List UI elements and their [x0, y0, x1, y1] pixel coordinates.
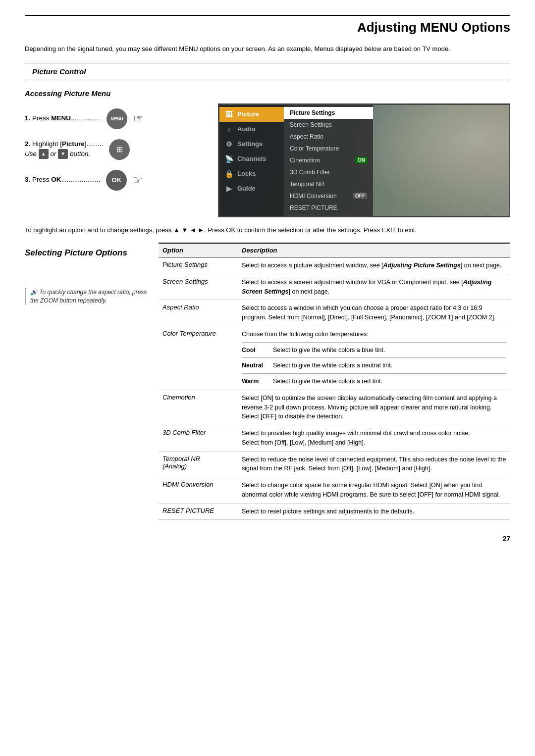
row-hdmi-conversion: HDMI Conversion Select to change color s…: [159, 477, 510, 504]
menu-button-icon: MENU: [107, 108, 127, 129]
step-1-bold: MENU: [51, 114, 71, 122]
row-reset-picture: RESET PICTURE Select to reset picture se…: [159, 504, 510, 520]
step-3-bold: OK: [51, 176, 61, 183]
down-arrow: ▼: [58, 149, 68, 159]
tv-menu-content: 🖼 Picture ♪ Audio ⚙ Settings 📡 Channels …: [219, 105, 509, 216]
neutral-label: Neutral: [242, 361, 269, 370]
highlight-icon: ⊞: [109, 139, 130, 160]
neutral-desc: Select to give the white colors a neutra…: [273, 361, 392, 370]
divider-2: [242, 357, 506, 358]
tv-sidebar-guide: ▶ Guide: [219, 181, 284, 196]
tv-submenu-aspect-ratio-label: Aspect Ratio: [290, 133, 323, 140]
option-temporal-nr: Temporal NR(Analog): [162, 455, 242, 470]
locks-menu-icon: 🔒: [224, 170, 233, 178]
step-1-number: 1.: [25, 114, 30, 122]
accessing-picture-menu-heading: Accessing Picture Menu: [25, 89, 510, 98]
picture-control-box: Picture Control: [25, 63, 510, 80]
side-note: 🔊 To quickly change the aspect ratio, pr…: [25, 288, 149, 305]
option-hdmi-conversion: HDMI Conversion: [162, 481, 242, 488]
step-2-sub: Use ▲ or ▼ button.: [25, 150, 90, 157]
row-temporal-nr: Temporal NR(Analog) Select to reduce the…: [159, 452, 510, 478]
tv-submenu-screen-settings: Screen Settings: [284, 119, 373, 131]
tv-submenu-color-temp-label: Color Temperature: [290, 145, 339, 152]
tv-submenu: Picture Settings Screen Settings Aspect …: [284, 105, 373, 216]
tv-sidebar-locks-label: Locks: [237, 170, 256, 177]
up-arrow: ▲: [39, 149, 49, 159]
row-screen-settings: Screen Settings Select to access a scree…: [159, 274, 510, 301]
tv-submenu-cinemotion: Cinemotion ON: [284, 154, 373, 166]
option-screen-settings: Screen Settings: [162, 278, 242, 285]
col-desc-header: Description: [242, 247, 506, 254]
tv-submenu-temporal-nr-label: Temporal NR: [290, 181, 324, 188]
tv-submenu-hdmi-label: HDMI Conversion: [290, 193, 337, 200]
warm-label: Warm: [242, 377, 269, 386]
warm-desc: Select to give the white colors a red ti…: [273, 377, 382, 386]
step-2-bold: Picture: [62, 140, 85, 148]
tv-submenu-aspect-ratio: Aspect Ratio: [284, 131, 373, 143]
tv-submenu-3d-comb: 3D Comb Filter: [284, 166, 373, 178]
desc-cinemotion: Select [ON] to optimize the screen displ…: [242, 394, 506, 421]
step-2-number: 2.: [25, 140, 30, 148]
tv-sidebar-settings: ⚙ Settings: [219, 137, 284, 151]
tv-submenu-hdmi: HDMI Conversion OFF: [284, 190, 373, 202]
desc-picture-settings: Select to access a picture adjustment wi…: [242, 261, 506, 270]
step-3-text: 3. Press OK.....................: [25, 175, 100, 185]
desc-aspect-ratio: Select to access a window in which you c…: [242, 303, 506, 322]
tv-sidebar-audio-label: Audio: [237, 125, 256, 133]
tv-sidebar-guide-label: Guide: [237, 185, 256, 192]
page-number: 27: [25, 535, 510, 543]
tv-sidebar-locks: 🔒 Locks: [219, 166, 284, 181]
tv-submenu-reset-label: RESET PICTURE: [290, 204, 337, 211]
sub-option-neutral: Neutral Select to give the white colors …: [242, 361, 506, 370]
ok-button-icon: OK: [106, 170, 127, 191]
row-picture-settings: Picture Settings Select to access a pict…: [159, 257, 510, 274]
tv-sidebar-channels-label: Channels: [237, 155, 267, 162]
tv-submenu-picture-settings: Picture Settings: [284, 107, 373, 119]
row-aspect-ratio: Aspect Ratio Select to access a window i…: [159, 300, 510, 326]
tv-sidebar-audio: ♪ Audio: [219, 122, 284, 137]
side-note-text: To quickly change the aspect ratio, pres…: [30, 289, 147, 304]
hdmi-off-badge: OFF: [353, 193, 367, 199]
tv-sidebar-channels: 📡 Channels: [219, 151, 284, 166]
divider-1: [242, 342, 506, 343]
option-color-temperature: Color Temperature: [162, 330, 242, 337]
step-3-number: 3.: [25, 176, 30, 183]
cool-desc: Select to give the white colors a blue t…: [273, 346, 385, 355]
instruction-text: To highlight an option and to change set…: [25, 225, 510, 235]
menu-demo-section: 1. Press MENU................ MENU ☞ 2. …: [25, 103, 510, 217]
cool-label: Cool: [242, 346, 269, 355]
picture-control-label: Picture Control: [32, 67, 86, 76]
option-cinemotion: Cinemotion: [162, 394, 242, 401]
tv-sidebar-settings-label: Settings: [237, 140, 263, 148]
desc-color-temperature: Choose from the following color temperat…: [242, 330, 506, 386]
tv-submenu-screen-settings-label: Screen Settings: [290, 121, 332, 128]
intro-text: Depending on the signal tuned, you may s…: [25, 44, 510, 54]
row-cinemotion: Cinemotion Select [ON] to optimize the s…: [159, 390, 510, 425]
settings-menu-icon: ⚙: [224, 140, 233, 148]
step-1-text: 1. Press MENU................: [25, 114, 101, 123]
sub-option-cool: Cool Select to give the white colors a b…: [242, 346, 506, 355]
tv-sidebar-picture-label: Picture: [237, 110, 259, 118]
left-panel: Selecting Picture Options 🔊 To quickly c…: [25, 243, 159, 520]
row-color-temperature: Color Temperature Choose from the follow…: [159, 326, 510, 390]
option-aspect-ratio: Aspect Ratio: [162, 303, 242, 311]
step-3: 3. Press OK..................... OK ☞: [25, 170, 203, 191]
channels-menu-icon: 📡: [224, 155, 233, 163]
tv-menu-visual: 🖼 Picture ♪ Audio ⚙ Settings 📡 Channels …: [218, 103, 510, 217]
divider-3: [242, 373, 506, 374]
tv-submenu-3d-comb-label: 3D Comb Filter: [290, 169, 330, 176]
cinemotion-on-badge: ON: [356, 157, 367, 163]
guide-menu-icon: ▶: [224, 185, 233, 193]
options-table-header: Option Description: [159, 244, 510, 257]
audio-menu-icon: ♪: [224, 125, 233, 133]
row-3d-comb-filter: 3D Comb Filter Select to provides high q…: [159, 425, 510, 452]
picture-menu-icon: 🖼: [224, 110, 233, 118]
desc-reset-picture: Select to reset picture settings and adj…: [242, 507, 506, 516]
desc-3d-comb-filter: Select to provides high quality images w…: [242, 429, 506, 448]
tv-sidebar: 🖼 Picture ♪ Audio ⚙ Settings 📡 Channels …: [219, 105, 284, 216]
tv-submenu-cinemotion-label: Cinemotion: [290, 157, 320, 164]
desc-hdmi-conversion: Select to change color space for some ir…: [242, 481, 506, 500]
col-option-header: Option: [162, 247, 242, 254]
tv-submenu-color-temp: Color Temperature: [284, 143, 373, 154]
speaker-icon: 🔊: [30, 289, 38, 296]
